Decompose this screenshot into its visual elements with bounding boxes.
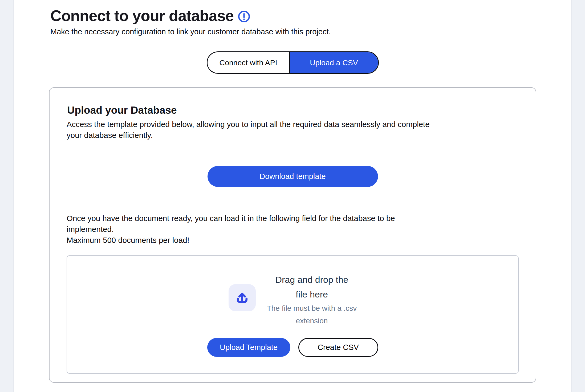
left-rail <box>0 0 14 392</box>
upload-icon <box>235 290 250 305</box>
csv-dropzone[interactable]: Drag and drop the file here The file mus… <box>67 255 519 374</box>
dropzone-title-line: Drag and drop the <box>267 272 357 287</box>
main-content: Connect to your database Make the necess… <box>15 0 570 383</box>
right-rail <box>571 0 585 392</box>
card-heading: Upload your Database <box>67 104 519 116</box>
page-title: Connect to your database <box>50 7 234 25</box>
description-line: your database efficiently. <box>67 130 519 141</box>
upload-icon-tile <box>229 284 256 311</box>
create-csv-button[interactable]: Create CSV <box>298 338 378 357</box>
page-subtitle: Make the necessary configuration to link… <box>50 27 536 37</box>
instruction-line: Maximum 500 documents per load! <box>67 235 519 246</box>
instruction-line: Once you have the document ready, you ca… <box>67 213 519 224</box>
tab-connect-with-api[interactable]: Connect with API <box>208 52 289 73</box>
dropzone-hint-line: The file must be with a .csv <box>267 302 357 314</box>
instruction-line: implemented. <box>67 224 519 235</box>
info-icon[interactable] <box>238 10 250 23</box>
upload-database-card: Upload your Database Access the template… <box>49 87 536 383</box>
description-line: Access the template provided below, allo… <box>67 119 519 130</box>
card-description: Access the template provided below, allo… <box>67 119 519 141</box>
connection-mode-toggle: Connect with API Upload a CSV <box>207 51 379 74</box>
upload-instructions: Once you have the document ready, you ca… <box>67 213 519 246</box>
download-template-button[interactable]: Download template <box>208 166 378 187</box>
page-header: Connect to your database <box>50 7 536 25</box>
dropzone-hint-line: extension <box>267 315 357 327</box>
upload-template-button[interactable]: Upload Template <box>207 338 290 357</box>
tab-upload-a-csv[interactable]: Upload a CSV <box>289 52 378 73</box>
dropzone-title-line: file here <box>267 287 357 302</box>
dropzone-text: Drag and drop the file here The file mus… <box>267 272 357 327</box>
